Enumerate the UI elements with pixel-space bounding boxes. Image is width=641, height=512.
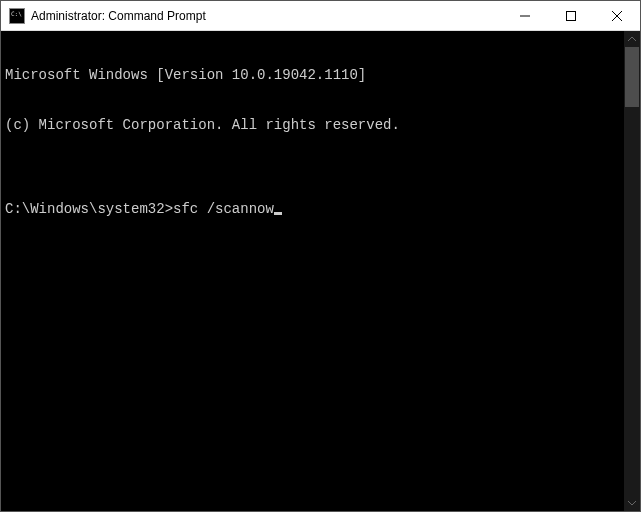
close-icon — [612, 11, 622, 21]
svg-rect-1 — [567, 11, 576, 20]
terminal-wrap: Microsoft Windows [Version 10.0.19042.11… — [1, 31, 640, 511]
prompt-path: C:\Windows\system32> — [5, 201, 173, 218]
window-controls — [502, 1, 640, 30]
close-button[interactable] — [594, 1, 640, 30]
maximize-icon — [566, 11, 576, 21]
scrollbar[interactable] — [624, 31, 640, 511]
command-prompt-window: Administrator: Command Prompt Microsoft … — [0, 0, 641, 512]
scroll-up-button[interactable] — [624, 31, 640, 47]
scroll-down-button[interactable] — [624, 495, 640, 511]
cursor — [274, 212, 282, 215]
minimize-button[interactable] — [502, 1, 548, 30]
terminal-output[interactable]: Microsoft Windows [Version 10.0.19042.11… — [1, 31, 624, 511]
chevron-up-icon — [628, 35, 636, 43]
cmd-icon — [9, 8, 25, 24]
maximize-button[interactable] — [548, 1, 594, 30]
chevron-down-icon — [628, 499, 636, 507]
version-line: Microsoft Windows [Version 10.0.19042.11… — [5, 67, 620, 84]
prompt-line: C:\Windows\system32>sfc /scannow — [5, 201, 620, 218]
minimize-icon — [520, 11, 530, 21]
window-title: Administrator: Command Prompt — [31, 9, 502, 23]
titlebar[interactable]: Administrator: Command Prompt — [1, 1, 640, 31]
scroll-thumb[interactable] — [625, 47, 639, 107]
copyright-line: (c) Microsoft Corporation. All rights re… — [5, 117, 620, 134]
typed-command: sfc /scannow — [173, 201, 274, 218]
